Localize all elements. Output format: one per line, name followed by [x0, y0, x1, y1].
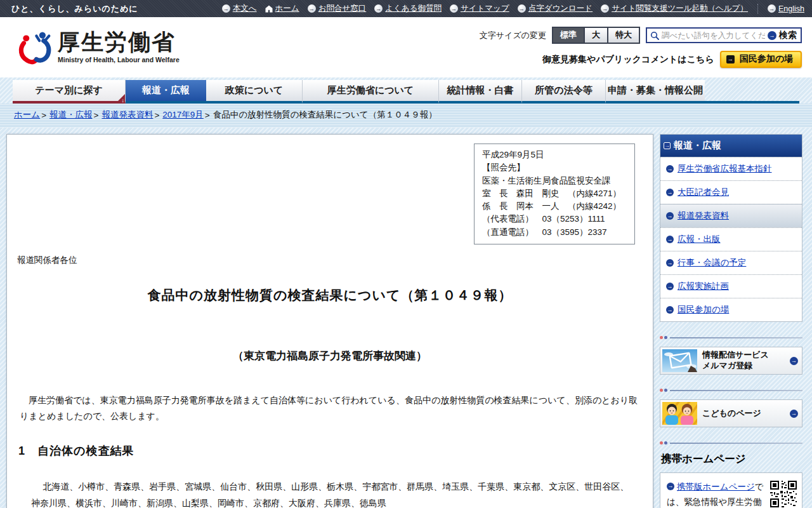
divider	[660, 336, 802, 339]
public-comment-text: 御意見募集やパブリックコメントはこちら	[542, 54, 714, 65]
sidebar-menu-header: 報道・広報	[660, 135, 802, 157]
site-tagline: ひと、くらし、みらいのために	[11, 3, 138, 15]
search-icon	[650, 31, 659, 40]
divider	[660, 389, 802, 392]
contact-department: 医薬・生活衛生局食品監視安全課	[482, 175, 628, 187]
home-icon	[265, 5, 273, 13]
chevron-down-icon: ↓	[122, 98, 125, 104]
arrow-circle-icon	[222, 4, 230, 13]
sidebar-item-pr-plan[interactable]: 広報実施計画	[660, 274, 802, 298]
divider	[757, 4, 758, 14]
sidebar-menu: 報道・広報 厚生労働省広報基本指針 大臣記者会見 報道発表資料 広報・出版 行事…	[660, 134, 802, 322]
mhlw-logo-icon	[18, 30, 53, 65]
arrow-circle-icon	[666, 283, 674, 290]
sidebar-item-participation[interactable]: 国民参加の場	[660, 298, 802, 321]
sidebar-item-press-releases[interactable]: 報道発表資料	[660, 204, 802, 227]
arrow-box-icon	[664, 142, 671, 149]
release-date: 平成29年9月5日	[482, 149, 628, 161]
contact-person-1: 室 長 森田 剛史 （内線4271）	[482, 187, 628, 200]
faq-link[interactable]: よくある御質問	[374, 3, 442, 14]
divider	[660, 441, 802, 444]
arrow-circle-icon	[601, 4, 609, 13]
breadcrumb-press-releases[interactable]: 報道発表資料	[102, 109, 153, 121]
addressee: 報道関係者各位	[17, 255, 653, 266]
arrow-circle-icon	[790, 357, 798, 365]
main-content: 平成29年9月5日 【照会先】 医薬・生活衛生局食品監視安全課 室 長 森田 剛…	[6, 134, 653, 508]
braille-download-link[interactable]: 点字ダウンロード	[518, 3, 593, 14]
arrow-circle-icon	[768, 4, 776, 13]
mobile-homepage-link[interactable]: 携帯版ホームページ	[677, 482, 755, 491]
arrow-circle-icon	[667, 483, 674, 490]
font-size-selector: 標準 大 特大	[552, 27, 640, 44]
sitemap-link[interactable]: サイトマップ	[450, 3, 509, 14]
font-size-label: 文字サイズの変更	[480, 30, 546, 41]
site-search-box: 検索	[646, 27, 802, 43]
sidebar-item-publications[interactable]: 広報・出版	[660, 227, 802, 251]
breadcrumb-press-pr[interactable]: 報道・広報	[49, 109, 93, 121]
page-subtitle: （東京電力福島原子力発電所事故関連）	[7, 349, 653, 363]
tab-press-pr[interactable]: 報道・広報	[126, 80, 206, 104]
mobile-homepage-box: 携帯版ホームページでは、緊急情報や厚生労働省のご案内などを掲載しています。	[660, 472, 802, 508]
mailmag-banner[interactable]: 情報配信サービス メルマガ登録	[660, 347, 802, 375]
topbar-links: 本文へ ホーム お問合せ窓口 よくある御質問 サイトマップ 点字ダウンロード サ…	[222, 3, 804, 14]
public-participation-button[interactable]: 国民参加の場	[720, 51, 802, 68]
content-area: 平成29年9月5日 【照会先】 医薬・生活衛生局食品監視安全課 室 長 森田 剛…	[0, 128, 812, 508]
tab-applications[interactable]: 申請・募集・情報公開	[606, 80, 705, 104]
contact-person-2: 係 長 岡本 一人 （内線4242）	[482, 200, 628, 213]
section-1-heading: 1 自治体の検査結果	[18, 443, 653, 458]
prefecture-list: 北海道、小樽市、青森県、岩手県、宮城県、仙台市、秋田県、山形県、栃木県、宇都宮市…	[31, 479, 630, 508]
english-link[interactable]: English	[768, 4, 804, 13]
arrow-circle-icon	[768, 31, 776, 40]
mail-banner-image	[662, 349, 697, 372]
kids-page-banner[interactable]: こどものページ	[660, 399, 802, 427]
font-size-standard-button[interactable]: 標準	[553, 28, 584, 43]
tab-about-mhlw[interactable]: 厚生労働省について	[303, 80, 439, 104]
page-title: 食品中の放射性物質の検査結果について（第１０４９報）	[7, 286, 653, 304]
tab-statistics[interactable]: 統計情報・白書	[439, 80, 522, 104]
tab-policy[interactable]: 政策について	[206, 80, 303, 104]
contact-link[interactable]: お問合せ窓口	[308, 3, 367, 14]
tab-laws[interactable]: 所管の法令等	[522, 80, 606, 104]
arrow-circle-icon	[374, 4, 383, 13]
breadcrumb: ホーム> 報道・広報> 報道発表資料> 2017年9月> 食品中の放射性物質の検…	[0, 104, 812, 128]
lead-paragraph: 厚生労働省では、東京電力福島原子力発電所事故を踏まえて自治体等において行われてい…	[20, 392, 640, 424]
mailmag-banner-label: 情報配信サービス メルマガ登録	[702, 350, 785, 371]
primary-navigation: テーマ別に探す ↓ 報道・広報 政策について 厚生労働省について 統計情報・白書…	[0, 77, 812, 104]
arrow-square-icon	[726, 55, 735, 64]
arrow-circle-icon	[790, 410, 798, 418]
breadcrumb-current-page: 食品中の放射性物質の検査結果について（第１０４９報）	[213, 109, 437, 121]
breadcrumb-2017-09[interactable]: 2017年9月	[162, 109, 204, 121]
arrow-circle-icon	[450, 4, 458, 13]
logo-subtitle: Ministry of Health, Labour and Welfare	[58, 56, 180, 64]
arrow-circle-icon	[308, 4, 316, 13]
search-button[interactable]: 検索	[768, 30, 797, 41]
font-size-large-button[interactable]: 大	[584, 28, 607, 43]
qr-code	[770, 481, 797, 507]
header-controls: 文字サイズの変更 標準 大 特大 検索 御意見募集やパブリックコメントはこちら …	[480, 27, 802, 68]
press-contact-box: 平成29年9月5日 【照会先】 医薬・生活衛生局食品監視安全課 室 長 森田 剛…	[474, 144, 635, 244]
tab-theme-search[interactable]: テーマ別に探す ↓	[13, 80, 126, 104]
arrow-circle-icon	[666, 259, 674, 267]
contact-heading: 【照会先】	[482, 161, 628, 174]
arrow-circle-icon	[666, 306, 674, 314]
home-link[interactable]: ホーム	[265, 3, 299, 14]
arrow-circle-icon	[518, 4, 526, 13]
sidebar-item-pr-policy[interactable]: 厚生労働省広報基本指針	[660, 157, 802, 180]
kids-banner-image	[662, 402, 697, 425]
accessibility-tool-link[interactable]: サイト閲覧支援ツール起動（ヘルプ）	[601, 3, 748, 14]
breadcrumb-home[interactable]: ホーム	[14, 109, 40, 121]
skip-to-content-link[interactable]: 本文へ	[222, 3, 257, 14]
top-utility-bar: ひと、くらし、みらいのために 本文へ ホーム お問合せ窓口 よくある御質問 サイ…	[0, 0, 812, 17]
sidebar-item-minister-press[interactable]: 大臣記者会見	[660, 180, 802, 204]
search-input[interactable]	[662, 31, 765, 40]
site-header: 厚生労働省 Ministry of Health, Labour and Wel…	[0, 17, 812, 77]
mobile-homepage-heading: 携帯ホームページ	[661, 452, 802, 466]
logo-title: 厚生労働省	[58, 30, 180, 54]
mhlw-logo[interactable]: 厚生労働省 Ministry of Health, Labour and Wel…	[18, 30, 180, 65]
sidebar-item-events[interactable]: 行事・会議の予定	[660, 251, 802, 274]
kids-banner-label: こどものページ	[702, 408, 785, 419]
contact-phone-main: （代表電話） 03（5253）1111	[482, 213, 628, 225]
arrow-circle-icon	[666, 236, 674, 243]
arrow-circle-icon	[666, 165, 674, 173]
font-size-xlarge-button[interactable]: 特大	[607, 28, 639, 43]
